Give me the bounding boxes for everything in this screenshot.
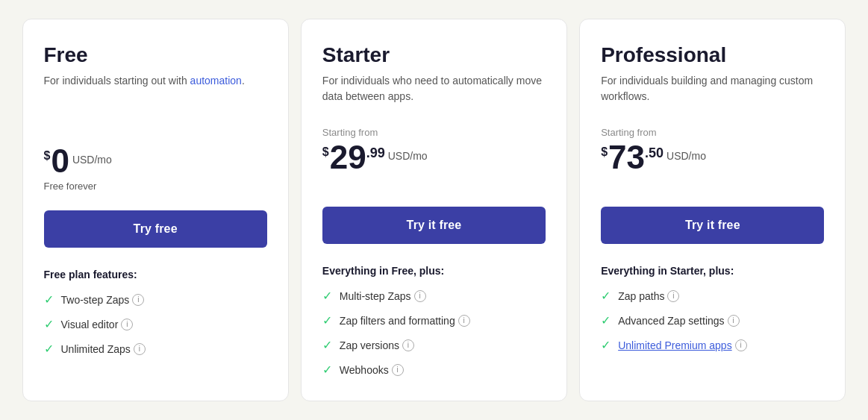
list-item: ✓Multi-step Zapsi xyxy=(322,289,546,303)
check-icon: ✓ xyxy=(322,289,332,303)
price-note-professional xyxy=(601,177,824,192)
price-dollar-sign: $ xyxy=(44,149,51,163)
info-icon[interactable]: i xyxy=(414,290,426,302)
info-icon[interactable]: i xyxy=(735,339,747,351)
plan-name-starter: Starter xyxy=(322,43,546,67)
info-icon[interactable]: i xyxy=(402,339,414,351)
plan-card-free: FreeFor individuals starting out with au… xyxy=(22,19,289,401)
feature-text: Unlimited Premium appsi xyxy=(618,339,747,351)
price-main: 0 xyxy=(51,145,69,178)
starting-from-starter: Starting from xyxy=(322,127,546,138)
info-icon[interactable]: i xyxy=(728,315,740,327)
info-icon[interactable]: i xyxy=(458,315,470,327)
feature-text: Unlimited Zapsi xyxy=(61,343,146,355)
check-icon: ✓ xyxy=(322,313,332,327)
price-decimal: .50 xyxy=(645,145,664,161)
info-icon[interactable]: i xyxy=(132,294,144,306)
description-link[interactable]: automation xyxy=(190,75,242,87)
list-item: ✓Unlimited Premium appsi xyxy=(601,338,824,352)
plan-name-professional: Professional xyxy=(601,43,824,67)
plan-card-professional: ProfessionalFor individuals building and… xyxy=(579,19,846,401)
info-icon[interactable]: i xyxy=(392,364,404,376)
check-icon: ✓ xyxy=(601,289,611,303)
features-title-professional: Everything in Starter, plus: xyxy=(601,265,824,277)
price-period: USD/mo xyxy=(666,150,706,162)
price-dollar-sign: $ xyxy=(601,145,608,159)
features-title-starter: Everything in Free, plus: xyxy=(322,265,546,277)
check-icon: ✓ xyxy=(322,363,332,377)
list-item: ✓Zap filters and formattingi xyxy=(322,313,546,327)
list-item: ✓Advanced Zap settingsi xyxy=(601,313,824,327)
plan-description-professional: For individuals building and managing cu… xyxy=(601,73,824,109)
plan-description-free: For individuals starting out with automa… xyxy=(44,73,267,109)
list-item: ✓Unlimited Zapsi xyxy=(44,342,267,356)
check-icon: ✓ xyxy=(44,292,54,307)
info-icon[interactable]: i xyxy=(121,319,133,330)
price-row-starter: $29.99USD/mo xyxy=(322,141,546,174)
feature-text: Visual editori xyxy=(61,319,134,330)
features-title-free: Free plan features: xyxy=(44,269,267,280)
list-item: ✓Zap versionsi xyxy=(322,338,546,352)
feature-list-free: ✓Two-step Zapsi✓Visual editori✓Unlimited… xyxy=(44,292,267,356)
cta-button-starter[interactable]: Try it free xyxy=(322,207,546,244)
price-main: 29 xyxy=(330,141,366,174)
check-icon: ✓ xyxy=(44,342,54,356)
price-decimal: .99 xyxy=(366,145,385,161)
feature-text: Zap pathsi xyxy=(618,290,679,302)
feature-link[interactable]: Unlimited Premium apps xyxy=(618,339,732,351)
feature-list-professional: ✓Zap pathsi✓Advanced Zap settingsi✓Unlim… xyxy=(601,289,824,352)
check-icon: ✓ xyxy=(322,338,332,352)
list-item: ✓Two-step Zapsi xyxy=(44,292,267,307)
price-note-starter xyxy=(322,177,546,192)
feature-text: Zap filters and formattingi xyxy=(340,315,470,327)
plan-description-starter: For individuals who need to automaticall… xyxy=(322,73,546,109)
check-icon: ✓ xyxy=(601,313,611,327)
cta-button-professional[interactable]: Try it free xyxy=(601,207,824,244)
list-item: ✓Webhooksi xyxy=(322,363,546,377)
info-icon[interactable]: i xyxy=(667,290,679,302)
price-dollar-sign: $ xyxy=(322,145,329,159)
check-icon: ✓ xyxy=(44,317,54,331)
starting-from-professional: Starting from xyxy=(601,127,824,138)
price-row-free: $0USD/mo xyxy=(44,145,267,178)
check-icon: ✓ xyxy=(601,338,611,352)
price-main: 73 xyxy=(608,141,645,174)
price-period: USD/mo xyxy=(388,150,428,162)
plan-name-free: Free xyxy=(44,43,267,67)
list-item: ✓Visual editori xyxy=(44,317,267,331)
feature-text: Zap versionsi xyxy=(340,339,414,351)
pricing-container: FreeFor individuals starting out with au… xyxy=(16,19,852,401)
cta-button-free[interactable]: Try free xyxy=(44,210,267,248)
info-icon[interactable]: i xyxy=(134,343,146,355)
feature-text: Advanced Zap settingsi xyxy=(618,315,739,327)
price-row-professional: $73.50USD/mo xyxy=(601,141,824,174)
list-item: ✓Zap pathsi xyxy=(601,289,824,303)
feature-text: Webhooksi xyxy=(340,364,404,376)
price-note-free: Free forever xyxy=(44,181,267,195)
feature-text: Multi-step Zapsi xyxy=(340,290,426,302)
plan-card-starter: StarterFor individuals who need to autom… xyxy=(301,19,567,401)
feature-text: Two-step Zapsi xyxy=(61,294,145,306)
price-period: USD/mo xyxy=(72,154,112,166)
feature-list-starter: ✓Multi-step Zapsi✓Zap filters and format… xyxy=(322,289,546,377)
